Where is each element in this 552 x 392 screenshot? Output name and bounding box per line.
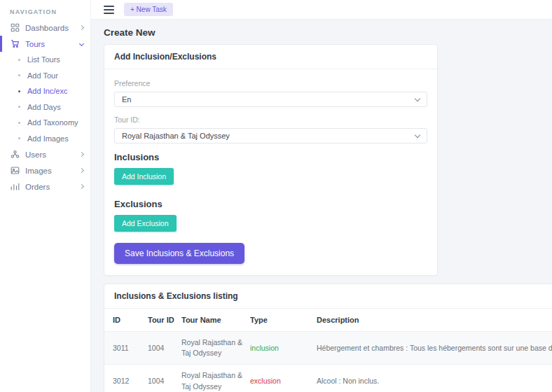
cell-type: exclusion <box>250 365 317 392</box>
grid-icon <box>10 23 20 33</box>
column-header-tour-name: Tour Name <box>181 309 250 332</box>
sidebar-subitem-label: Add Inc/exc <box>27 87 67 95</box>
nav-section-label: NAVIGATION <box>0 0 90 20</box>
cell-description: Alcool : Non inclus. <box>317 365 552 392</box>
sidebar-item-label: Images <box>25 167 80 175</box>
chevron-right-icon <box>79 152 84 157</box>
add-inclusion-exclusion-card: Add Inclusion/Exclusions Preference En T… <box>104 44 438 276</box>
sidebar: NAVIGATION DashboardsToursList ToursAdd … <box>0 0 91 392</box>
chart-icon <box>10 182 20 192</box>
sidebar-item-label: Users <box>25 150 80 159</box>
sidebar-item-images[interactable]: Images <box>0 162 90 178</box>
cell-id: 3012 <box>104 365 148 392</box>
bullet-icon <box>18 59 20 61</box>
sidebar-subitem-add-days[interactable]: Add Days <box>0 99 90 115</box>
add-exclusion-button[interactable]: Add Exclusion <box>114 215 177 232</box>
sidebar-subitem-label: Add Days <box>27 103 61 111</box>
sidebar-subitem-add-inc-exc[interactable]: Add Inc/exc <box>0 83 90 99</box>
exclusions-heading: Exclusions <box>114 199 427 209</box>
cart-icon <box>10 39 20 49</box>
chevron-right-icon <box>79 184 84 189</box>
cell-tour-name: Royal Rajasthan & Taj Odyssey <box>181 332 250 365</box>
sidebar-subitem-label: Add Tour <box>27 71 58 80</box>
page-title: Create New <box>104 27 552 38</box>
cell-id: 3011 <box>104 332 148 365</box>
sidebar-nav: DashboardsToursList ToursAdd TourAdd Inc… <box>0 20 90 195</box>
sidebar-item-label: Dashboards <box>25 24 80 32</box>
sidebar-subitem-list-tours[interactable]: List Tours <box>0 52 90 68</box>
inclusions-heading: Inclusions <box>114 152 427 162</box>
table-header-row: IDTour IDTour NameTypeDescription <box>104 309 552 332</box>
bullet-icon <box>18 122 20 124</box>
column-header-id: ID <box>104 309 148 332</box>
menu-icon[interactable] <box>104 6 114 14</box>
bullet-icon <box>18 106 20 108</box>
cell-tour-name: Royal Rajasthan & Taj Odyssey <box>181 365 250 392</box>
main-content: Create New Add Inclusion/Exclusions Pref… <box>91 20 552 392</box>
tour-id-value: Royal Rajasthan & Taj Odyssey <box>122 132 230 140</box>
new-task-button[interactable]: + New Task <box>124 3 173 16</box>
table-row: 30111004Royal Rajasthan & Taj Odysseyinc… <box>104 332 552 365</box>
sidebar-item-users[interactable]: Users <box>0 146 90 162</box>
chevron-down-icon <box>79 41 84 46</box>
column-header-tour-id: Tour ID <box>148 309 181 332</box>
cell-type: inclusion <box>250 332 317 365</box>
sidebar-subitem-add-tour[interactable]: Add Tour <box>0 68 90 84</box>
listing-card-title: Inclusions & Exclusions listing <box>104 284 552 309</box>
chevron-down-icon <box>415 95 420 101</box>
sidebar-subitem-label: Add Taxonomy <box>27 118 78 127</box>
preference-label: Preference <box>114 79 427 88</box>
chevron-right-icon <box>79 168 84 173</box>
chevron-right-icon <box>79 25 84 30</box>
add-inclusion-button[interactable]: Add Inclusion <box>114 168 174 185</box>
bullet-icon <box>18 74 20 76</box>
preference-select[interactable]: En <box>114 92 427 107</box>
table-row: 30121004Royal Rajasthan & Taj Odysseyexc… <box>104 365 552 392</box>
card-title: Add Inclusion/Exclusions <box>104 45 437 69</box>
tour-id-label: Tour ID: <box>114 115 427 124</box>
sidebar-item-label: Orders <box>25 183 80 191</box>
cell-tour-id: 1004 <box>148 332 181 365</box>
save-inclusions-exclusions-button[interactable]: Save Inclusions & Exclusions <box>114 243 244 264</box>
sidebar-item-tours[interactable]: Tours <box>0 36 90 52</box>
chevron-down-icon <box>415 132 420 137</box>
bullet-icon <box>18 137 20 139</box>
sidebar-subitem-label: List Tours <box>27 55 60 64</box>
sidebar-item-orders[interactable]: Orders <box>0 178 90 195</box>
cell-description: Hébergement et chambres : Tous les héber… <box>317 332 552 365</box>
sidebar-item-label: Tours <box>25 40 80 48</box>
sidebar-subitem-add-taxonomy[interactable]: Add Taxonomy <box>0 115 90 131</box>
column-header-type: Type <box>250 309 317 332</box>
tour-id-select[interactable]: Royal Rajasthan & Taj Odyssey <box>114 128 427 144</box>
cell-tour-id: 1004 <box>148 365 181 392</box>
column-header-description: Description <box>317 309 552 332</box>
image-icon <box>10 166 20 176</box>
sidebar-subitem-label: Add Images <box>27 134 69 143</box>
bullet-icon <box>18 90 20 92</box>
topbar: + New Task <box>91 0 552 20</box>
sidebar-subitem-add-images[interactable]: Add Images <box>0 131 90 147</box>
sidebar-item-dashboards[interactable]: Dashboards <box>0 20 90 36</box>
preference-value: En <box>122 95 131 104</box>
inclusions-exclusions-listing-card: Inclusions & Exclusions listing IDTour I… <box>104 284 552 392</box>
inclusions-exclusions-table: IDTour IDTour NameTypeDescription 301110… <box>104 309 552 392</box>
users-icon <box>10 150 20 160</box>
